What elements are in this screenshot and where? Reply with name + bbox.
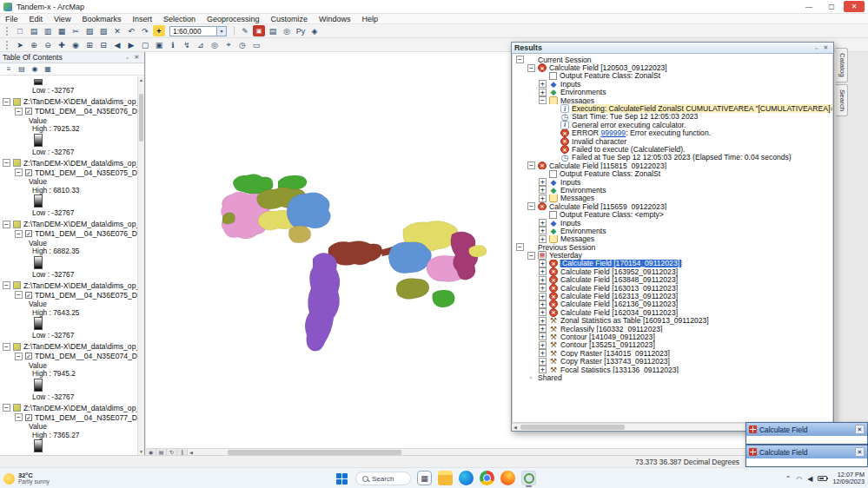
save-icon[interactable]: ▥ <box>42 25 54 36</box>
expander-icon[interactable]: + <box>539 293 547 300</box>
list-by-drawing-order-icon[interactable]: ≡ <box>3 64 14 75</box>
expander-icon[interactable]: + <box>539 325 547 333</box>
close-icon[interactable]: ✕ <box>855 447 865 457</box>
tree-row[interactable]: Output Feature Class: ZonalSt <box>514 72 832 80</box>
visibility-checkbox[interactable]: ✓ <box>25 169 32 176</box>
expander-icon[interactable]: − <box>527 64 535 72</box>
toolbar-grip[interactable] <box>6 27 10 36</box>
expander-icon[interactable]: + <box>539 260 547 267</box>
visibility-checkbox[interactable]: ✓ <box>25 353 32 359</box>
clear-selection-icon[interactable]: ▣ <box>153 39 165 50</box>
toc-group-row[interactable]: − Z:\TanDEM-X\DEM_data\dims_op_oc_dfd2_6… <box>3 342 137 352</box>
menu-item[interactable]: Help <box>362 15 379 23</box>
chevron-down-icon[interactable]: ▾ <box>216 27 226 36</box>
time-slider-icon[interactable]: ◷ <box>236 39 248 50</box>
visibility-checkbox[interactable]: ✓ <box>25 414 32 421</box>
expander-icon[interactable]: − <box>527 202 535 210</box>
menu-item[interactable]: Windows <box>319 15 351 23</box>
expander-icon[interactable]: − <box>15 413 23 421</box>
tree-row[interactable]: + Calculate Field [162034_09112023] <box>514 308 832 316</box>
expander-icon[interactable]: + <box>539 219 547 227</box>
tree-row[interactable]: + Environments <box>514 89 832 96</box>
tree-row[interactable]: − Calculate Field [115815_09122023] <box>514 162 832 169</box>
tree-row[interactable]: + Zonal Statistics as Table [160913_0911… <box>514 317 832 325</box>
full-extent-icon[interactable]: ◉ <box>70 39 82 50</box>
wifi-icon[interactable]: ◠ <box>796 475 802 483</box>
tree-row[interactable]: + Inputs <box>514 178 832 186</box>
close-icon[interactable]: ✕ <box>855 425 865 434</box>
tree-row[interactable]: + Focal Statistics [133136_09112023] <box>514 366 832 373</box>
tree-row[interactable]: − Calculate Field [120503_09122023] <box>514 63 832 71</box>
tree-row[interactable]: Output Feature Class: ZonalSt <box>514 169 832 177</box>
tree-row[interactable]: + Reclassify [160332_09112023] <box>514 325 832 333</box>
toc-group-row[interactable]: − Z:\TanDEM-X\DEM_data\dims_op_oc_dfd2_6… <box>3 220 137 229</box>
pan-icon[interactable]: ✚ <box>56 39 68 50</box>
tree-row[interactable]: + Calculate Field [162136_09112023] <box>514 300 832 308</box>
new-document-icon[interactable]: □ <box>14 25 26 36</box>
viewer-window-icon[interactable]: ▭ <box>250 39 262 50</box>
tree-row[interactable]: + Contour [141049_09112023] <box>514 333 832 340</box>
start-button[interactable] <box>335 471 349 485</box>
scrollbar-thumb[interactable] <box>520 425 625 430</box>
expander-icon[interactable]: + <box>539 235 547 243</box>
go-to-xy-icon[interactable]: ⌖ <box>222 39 235 50</box>
expander-icon[interactable]: − <box>3 221 10 228</box>
expander-icon[interactable]: + <box>539 366 547 373</box>
calculate-field-dialog[interactable]: Calculate Field ✕ <box>745 422 868 445</box>
pin-button[interactable]: ▫ <box>123 53 132 63</box>
toc-group-row[interactable]: − Z:\TanDEM-X\DEM_data\dims_op_oc_dfd2_6… <box>3 97 137 107</box>
tree-row[interactable]: + Environments <box>514 227 832 234</box>
tree-row[interactable]: + Calculate Field [162313_09112023] <box>514 292 832 300</box>
expander-icon[interactable]: − <box>3 404 10 412</box>
forward-extent-icon[interactable]: ▶ <box>125 39 137 50</box>
tree-row[interactable]: − Current Session <box>514 56 832 63</box>
back-extent-icon[interactable]: ◀ <box>111 39 123 50</box>
expander-icon[interactable]: + <box>539 227 547 234</box>
scroll-down-icon[interactable]: ▼ <box>138 448 144 455</box>
toc-raster-row[interactable]: − ✓ TDM1_DEM__04_N35E077_DEM.tif <box>3 412 137 422</box>
tree-row[interactable]: − Yesterday <box>514 251 832 259</box>
python-window-icon[interactable]: Py <box>295 25 307 36</box>
tree-row[interactable]: + Environments <box>514 186 832 194</box>
expander-icon[interactable]: − <box>15 230 23 238</box>
scrollbar-thumb[interactable] <box>139 94 143 142</box>
toc-raster-row[interactable]: − ✓ TDM1_DEM__04_N35E075_DEM.tif <box>3 168 137 177</box>
tree-row[interactable]: Start Time: Tue Sep 12 12:05:03 2023 <box>514 113 832 121</box>
zoom-out-icon[interactable]: ⊖ <box>42 39 54 50</box>
close-button[interactable]: ✕ <box>844 1 865 12</box>
menu-item[interactable]: Insert <box>132 15 152 23</box>
fixed-zoom-out-icon[interactable]: ⊟ <box>97 39 109 50</box>
error-code-link[interactable]: 999999 <box>600 129 626 137</box>
expander-icon[interactable]: − <box>3 159 10 167</box>
tree-row[interactable]: Failed to execute (CalculateField). <box>514 145 832 153</box>
expander-icon[interactable]: − <box>539 96 547 104</box>
menu-item[interactable]: Customize <box>271 15 308 23</box>
catalog-window-icon[interactable]: ▤ <box>267 25 279 36</box>
scroll-left-icon[interactable]: ◀ <box>512 424 519 431</box>
list-by-selection-icon[interactable]: ▦ <box>43 64 53 75</box>
tree-row[interactable]: + Inputs <box>514 219 832 227</box>
toc-header[interactable]: Table Of Contents ▫ ✕ <box>0 52 144 63</box>
scrollbar-thumb[interactable] <box>228 450 401 455</box>
undo-icon[interactable]: ↶ <box>125 25 137 36</box>
taskbar-clock[interactable]: 12:07 PM 12/09/2023 <box>832 472 865 486</box>
tree-row[interactable]: + Calculate Field [163848_09112023] <box>514 276 832 284</box>
tree-row[interactable]: + Copy Raster [134015_09112023] <box>514 349 832 357</box>
expander-icon[interactable]: + <box>539 80 547 88</box>
copy-icon[interactable]: ▧ <box>83 25 96 36</box>
tree-row[interactable]: + Copy Raster [133743_09112023] <box>514 357 832 365</box>
editor-toolbar-icon[interactable]: ✎ <box>239 25 251 36</box>
tree-row[interactable]: Invalid character <box>514 137 832 145</box>
expander-icon[interactable]: + <box>539 284 547 292</box>
expander-icon[interactable]: + <box>539 178 547 186</box>
tree-row[interactable]: Failed at Tue Sep 12 12:05:03 2023 (Elap… <box>514 154 832 162</box>
expander-icon[interactable]: − <box>15 291 23 299</box>
menu-item[interactable]: Edit <box>30 15 43 23</box>
select-features-icon[interactable]: ▢ <box>139 39 151 50</box>
menu-item[interactable]: Bookmarks <box>82 15 121 23</box>
tree-row[interactable]: Output Feature Class: <empty> <box>514 210 832 218</box>
model-builder-icon[interactable]: ◈ <box>308 25 321 36</box>
select-elements-icon[interactable]: ➤ <box>14 39 26 50</box>
dock-tab[interactable]: Search <box>836 84 848 116</box>
menu-item[interactable]: Selection <box>163 15 195 23</box>
